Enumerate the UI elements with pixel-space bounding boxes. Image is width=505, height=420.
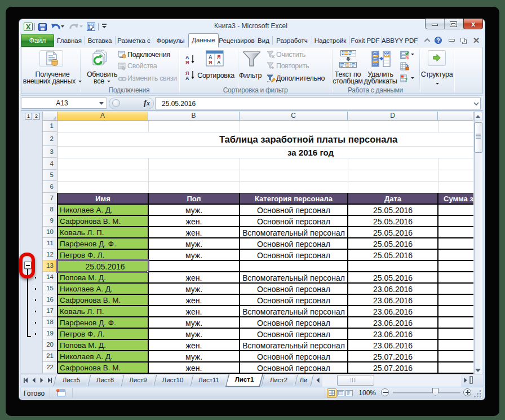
svg-text:Я: Я — [185, 60, 189, 65]
svg-text:А: А — [217, 60, 221, 65]
svg-text:Я: Я — [217, 54, 220, 60]
svg-text:Я: Я — [209, 60, 212, 65]
svg-text:А: А — [209, 54, 212, 60]
